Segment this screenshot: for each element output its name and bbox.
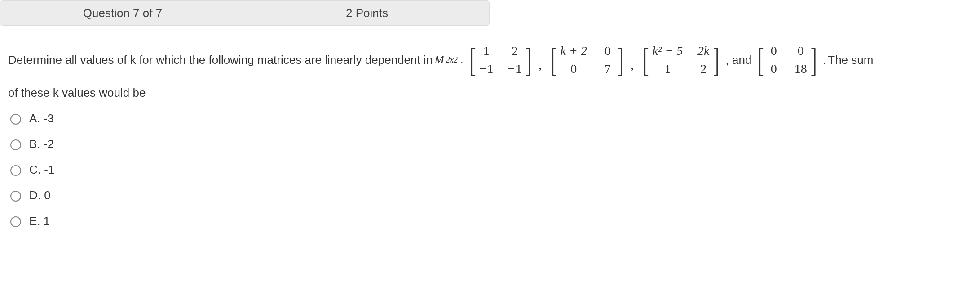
option-a-radio[interactable] bbox=[10, 114, 21, 125]
option-b-label: B. -2 bbox=[29, 137, 54, 151]
matrix-cell: 0 bbox=[601, 44, 614, 58]
space-symbol: M bbox=[434, 53, 444, 67]
matrix-4: [ 0 0 0 18 ] bbox=[755, 44, 819, 76]
matrix-cell: 2 bbox=[508, 44, 522, 58]
option-b[interactable]: B. -2 bbox=[8, 137, 971, 151]
matrix-cell: 18 bbox=[795, 62, 807, 76]
question-tail: The sum bbox=[828, 53, 873, 67]
option-a[interactable]: A. -3 bbox=[8, 112, 971, 126]
right-bracket-icon: ] bbox=[810, 46, 817, 73]
left-bracket-icon: [ bbox=[758, 46, 764, 73]
question-body: Determine all values of k for which the … bbox=[0, 26, 979, 228]
matrix-cell: 0 bbox=[795, 44, 807, 58]
matrix-cell: k² − 5 bbox=[653, 44, 683, 58]
matrix-cell: 2k bbox=[697, 44, 710, 58]
options-group: A. -3 B. -2 C. -1 D. 0 E. 1 bbox=[8, 112, 971, 228]
question-number: Question 7 of 7 bbox=[0, 6, 245, 20]
option-e[interactable]: E. 1 bbox=[8, 214, 971, 228]
matrix-cell: 0 bbox=[768, 62, 780, 76]
left-bracket-icon: [ bbox=[643, 46, 649, 73]
and-text: , and bbox=[726, 53, 752, 67]
question-line-2: of these k values would be bbox=[8, 86, 971, 100]
matrix-2: [ k + 2 0 0 7 ] bbox=[548, 44, 626, 76]
matrix-cell: 2 bbox=[697, 62, 710, 76]
space-subscript: 2x2 bbox=[446, 55, 458, 65]
question-line-1: Determine all values of k for which the … bbox=[8, 44, 971, 76]
matrix-cell: 1 bbox=[479, 44, 494, 58]
option-c-label: C. -1 bbox=[29, 163, 54, 177]
question-points: 2 Points bbox=[245, 6, 489, 20]
option-e-radio[interactable] bbox=[10, 216, 21, 227]
matrix-cell: 0 bbox=[561, 62, 587, 76]
right-bracket-icon: ] bbox=[618, 46, 624, 73]
matrix-cell: 0 bbox=[768, 44, 780, 58]
option-d-radio[interactable] bbox=[10, 191, 21, 202]
left-bracket-icon: [ bbox=[469, 46, 476, 73]
space-dot: . bbox=[460, 53, 464, 67]
left-bracket-icon: [ bbox=[551, 46, 557, 73]
option-d[interactable]: D. 0 bbox=[8, 188, 971, 202]
matrix-cell: 1 bbox=[653, 62, 683, 76]
matrix-1: [ 1 2 − 1 − 1 ] bbox=[467, 44, 534, 76]
matrix-cell: 7 bbox=[601, 62, 614, 76]
option-c[interactable]: C. -1 bbox=[8, 163, 971, 177]
option-d-label: D. 0 bbox=[29, 188, 51, 202]
option-a-label: A. -3 bbox=[29, 112, 54, 126]
matrix-cell: − 1 bbox=[508, 62, 522, 76]
period: . bbox=[823, 53, 826, 67]
right-bracket-icon: ] bbox=[525, 46, 532, 73]
right-bracket-icon: ] bbox=[713, 46, 720, 73]
option-b-radio[interactable] bbox=[10, 139, 21, 150]
question-header: Question 7 of 7 2 Points bbox=[0, 0, 490, 26]
option-e-label: E. 1 bbox=[29, 214, 50, 228]
option-c-radio[interactable] bbox=[10, 165, 21, 176]
matrix-cell: k + 2 bbox=[561, 44, 587, 58]
matrix-3: [ k² − 5 2k 1 2 ] bbox=[640, 44, 722, 76]
question-text-pre: Determine all values of k for which the … bbox=[8, 53, 433, 67]
matrix-cell: − 1 bbox=[479, 62, 494, 76]
separator-comma: , bbox=[539, 58, 542, 76]
separator-comma: , bbox=[631, 58, 634, 76]
